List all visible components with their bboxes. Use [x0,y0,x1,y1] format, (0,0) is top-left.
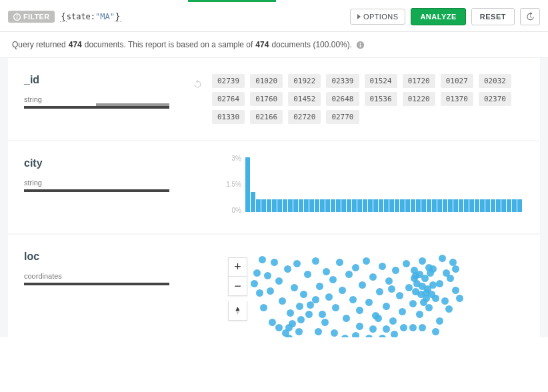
hist-bar[interactable] [363,199,367,212]
map-point[interactable] [291,284,298,291]
hist-bar[interactable] [352,199,357,212]
map-point[interactable] [259,256,266,263]
id-value-tag[interactable]: 01760 [250,92,283,106]
map-point[interactable] [412,288,419,295]
map-point[interactable] [289,320,296,327]
hist-bar[interactable] [389,199,394,212]
map-point[interactable] [260,304,267,311]
id-value-tag[interactable]: 01452 [288,92,321,106]
map-point[interactable] [399,308,406,315]
hist-bar[interactable] [464,199,469,212]
map-point[interactable] [300,291,307,298]
map-point[interactable] [385,277,393,285]
map-point[interactable] [416,311,423,318]
map-point[interactable] [375,315,382,322]
map-point[interactable] [403,260,410,267]
hist-bar[interactable] [267,199,271,212]
hist-bar[interactable] [251,192,255,212]
zoom-out-button[interactable]: − [228,277,247,296]
map-point[interactable] [436,280,443,287]
options-button[interactable]: OPTIONS [350,9,405,25]
hist-bar[interactable] [395,199,399,212]
id-value-tag[interactable]: 02739 [212,74,245,88]
map-point[interactable] [356,323,363,330]
id-value-tag[interactable]: 01027 [441,74,473,88]
map-point[interactable] [339,287,346,294]
analyze-button[interactable]: ANALYZE [411,8,465,25]
id-value-tag[interactable]: 02770 [326,110,359,124]
hist-bar[interactable] [315,199,319,212]
map-point[interactable] [432,328,439,335]
map-point[interactable] [383,303,390,310]
map-point[interactable] [409,324,417,331]
map-point[interactable] [379,263,386,270]
hist-bar[interactable] [416,199,421,212]
map-point[interactable] [279,297,286,305]
map-point[interactable] [369,325,377,333]
map-point[interactable] [419,257,426,265]
hist-bar[interactable] [437,199,442,212]
map-point[interactable] [349,296,357,303]
hist-bar[interactable] [469,199,474,212]
hist-bar[interactable] [507,199,511,212]
map-point[interactable] [315,328,322,335]
map-point[interactable] [329,276,337,283]
map-point[interactable] [251,280,258,287]
map-point[interactable] [271,259,278,266]
map-point[interactable] [400,324,407,331]
hist-bar[interactable] [272,199,277,212]
hist-bar[interactable] [320,199,325,212]
refresh-icon[interactable] [193,79,203,89]
map-point[interactable] [452,265,459,273]
map-point[interactable] [304,271,311,278]
query-input[interactable]: {state:"MA"} [60,12,345,21]
map-point[interactable] [365,299,373,306]
map-point[interactable] [343,315,350,322]
map-point[interactable] [319,311,326,318]
hist-bar[interactable] [261,199,266,212]
map-point[interactable] [297,316,305,323]
hist-bar[interactable] [325,199,330,212]
hist-bar[interactable] [443,199,447,212]
id-value-tag[interactable]: 02032 [479,74,511,88]
map-point[interactable] [264,272,271,279]
map-point[interactable] [429,281,437,289]
map-point[interactable] [312,296,319,303]
hist-bar[interactable] [256,199,261,212]
map-point[interactable] [269,319,276,326]
map-point[interactable] [352,332,359,337]
filter-chip[interactable]: FILTER [8,11,55,23]
hist-bar[interactable] [277,199,282,212]
map-point[interactable] [383,325,390,333]
zoom-in-button[interactable]: + [228,257,247,277]
map-point[interactable] [312,257,319,265]
map-point[interactable] [389,317,397,325]
map-point[interactable] [323,268,330,275]
history-button[interactable] [520,8,540,25]
hist-bar[interactable] [331,199,335,212]
map-point[interactable] [452,287,459,294]
map-point[interactable] [409,300,417,307]
map-point[interactable] [305,311,313,318]
id-value-tag[interactable]: 02764 [212,92,245,106]
loc-map[interactable]: + − ▲ ▼ [212,251,523,337]
map-point[interactable] [365,335,373,337]
map-point[interactable] [392,267,399,274]
hist-bar[interactable] [373,199,378,212]
reset-button[interactable]: RESET [471,8,515,25]
map-point[interactable] [436,317,443,325]
id-value-tag[interactable]: 01536 [365,92,397,106]
hist-bar[interactable] [432,199,437,212]
id-value-tag[interactable]: 02720 [288,110,321,124]
map-point[interactable] [376,288,383,295]
id-value-tag[interactable]: 01720 [403,74,435,88]
map-point[interactable] [456,295,463,302]
hist-bar[interactable] [448,199,453,212]
id-value-tag[interactable]: 01330 [212,110,245,124]
id-value-tag[interactable]: 02339 [326,74,359,88]
hist-bar[interactable] [496,199,501,212]
map-point[interactable] [425,264,433,271]
map-point[interactable] [420,299,427,306]
hist-bar[interactable] [475,199,479,212]
hist-bar[interactable] [293,199,298,212]
